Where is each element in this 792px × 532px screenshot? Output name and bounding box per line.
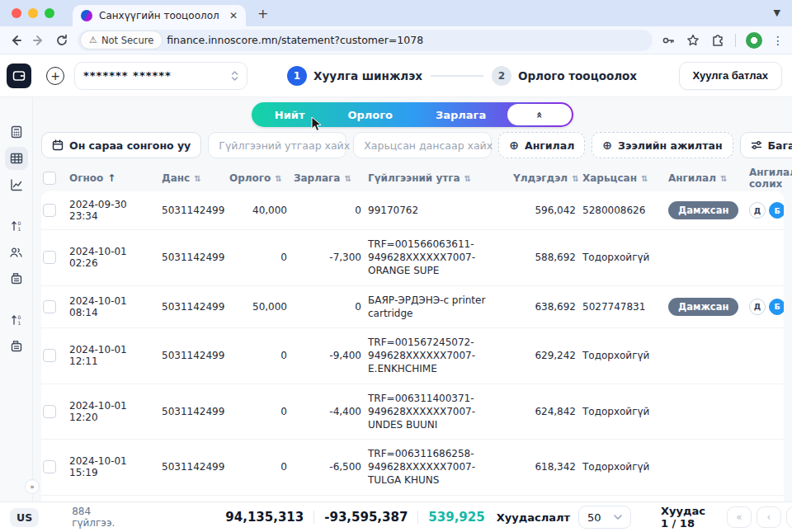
table-row[interactable]: 2024-10-01 12:11 5031142499 0 -9,400 TRF… [41, 328, 784, 384]
col-description[interactable]: Гүйлгээний утга⇅ [368, 172, 507, 184]
status-badge: Дамжсан [668, 298, 738, 316]
counterpart-account-search-input[interactable]: Харьцсан дансаар хайх [353, 132, 492, 158]
row-checkbox[interactable] [43, 405, 56, 418]
language-badge[interactable]: US [10, 508, 39, 527]
class-button-Д[interactable]: Д [749, 202, 766, 219]
cell-description: БАЯР-ЭРДЭНЭ-с printer cartridge [368, 294, 507, 320]
back-icon[interactable] [8, 33, 23, 48]
sort-icon: ⇅ [464, 174, 471, 183]
columns-settings-button[interactable]: Багана [740, 132, 792, 158]
sidebar-item-statement-table-icon[interactable] [5, 147, 28, 170]
profile-avatar[interactable] [746, 32, 762, 49]
table-header-row: Огноо↑ Данс⇅ Орлого⇅ Зарлага⇅ Гүйлгээний… [41, 165, 784, 191]
col-account[interactable]: Данс⇅ [162, 172, 223, 184]
sliders-icon [751, 139, 762, 151]
new-tab-button[interactable]: + [257, 6, 268, 21]
minimize-window-button[interactable] [28, 8, 38, 18]
tab-search-icon[interactable]: ▼ [774, 7, 780, 18]
add-customer-button[interactable]: + [46, 67, 64, 85]
forward-icon[interactable] [31, 33, 46, 48]
svg-text:0: 0 [17, 220, 21, 226]
maximize-window-button[interactable] [45, 8, 54, 18]
tab-expense[interactable]: Зарлага [414, 104, 507, 125]
browser-menu-icon[interactable]: ⋮ [772, 34, 784, 47]
row-checkbox[interactable] [43, 300, 56, 313]
sidebar-item-sort-numeric-icon[interactable]: 01 [5, 214, 28, 238]
sidebar-expand-button[interactable]: » [25, 479, 40, 494]
not-secure-chip[interactable]: ⚠ Not Secure [81, 31, 162, 49]
loan-officer-filter-button[interactable]: ⊕ Зээлийн ажилтан [592, 132, 733, 158]
app-header: + ******* ****** 1 Хуулга шинжлэх 2 Орло… [0, 54, 792, 97]
approve-statement-button[interactable]: Хуулга батлах [679, 62, 782, 90]
page-size-select[interactable]: 50 [578, 506, 631, 529]
toolbar-divider [735, 34, 736, 47]
col-expense[interactable]: Зарлага⇅ [294, 172, 361, 184]
tab-income[interactable]: Орлого [326, 104, 414, 125]
class-button-Д[interactable]: Д [749, 299, 766, 315]
cell-counterpart: Тодорхойгүй [582, 461, 662, 473]
sidebar-item-calculator-icon[interactable] [5, 120, 28, 144]
table-row[interactable]: 2024-10-01 12:20 5031142499 0 -4,400 TRF… [41, 384, 784, 440]
sidebar-item-sort-numeric-2-icon[interactable]: 01 [5, 308, 28, 332]
cell-counterpart: Тодорхойгүй [582, 406, 662, 417]
browser-tab[interactable]: Санхүүгийн тооцоолол ✕ [73, 5, 246, 26]
password-key-icon[interactable] [661, 33, 676, 48]
status-badge: Дамжсан [668, 201, 738, 219]
pager: « ‹ › » [727, 506, 792, 528]
prev-page-button[interactable]: ‹ [757, 506, 781, 528]
class-button-Б[interactable]: Б [769, 202, 784, 219]
table-row[interactable]: 2024-10-01 15:19 5031142499 0 -6,500 TRF… [41, 440, 784, 496]
tab-total[interactable]: Нийт [253, 104, 327, 125]
sidebar-item-printer-icon[interactable] [5, 267, 28, 290]
segment-collapse-button[interactable]: « [507, 104, 572, 125]
step-connector [431, 75, 483, 77]
cell-description: 99170762 [368, 204, 507, 217]
table-row[interactable]: 2024-10-01 02:26 5031142499 0 -7,300 TRF… [41, 230, 784, 286]
window-controls[interactable] [12, 8, 54, 18]
row-checkbox[interactable] [43, 460, 56, 473]
col-income[interactable]: Орлого⇅ [229, 172, 287, 184]
cell-date: 2024-10-01 02:26 [69, 246, 155, 269]
table-row[interactable]: 2024-10-01 08:14 5031142499 50,000 0 БАЯ… [41, 286, 784, 328]
svg-text:0: 0 [17, 314, 21, 320]
cell-account: 5031142499 [162, 461, 223, 473]
cell-income: 0 [229, 406, 287, 417]
app-root: + ******* ****** 1 Хуулга шинжлэх 2 Орло… [0, 54, 792, 532]
first-page-button[interactable]: « [727, 506, 752, 528]
select-all-checkbox[interactable] [43, 172, 56, 185]
extensions-icon[interactable] [710, 33, 725, 48]
type-filter-segment: Нийт Орлого Зарлага « [252, 102, 573, 127]
step-calculate-income[interactable]: 2 Орлого тооцоолох [492, 66, 637, 86]
description-search-input[interactable]: Гүйлгээний утгаар хайх [208, 132, 346, 158]
cell-expense: -9,400 [294, 350, 361, 361]
col-category[interactable]: Ангилал⇅ [668, 172, 742, 184]
category-filter-button[interactable]: ⊕ Ангилал [498, 132, 585, 158]
row-checkbox[interactable] [43, 251, 56, 264]
col-change-category[interactable]: Ангилал солих⇅ [749, 167, 792, 190]
cell-description: TRF=001566063611-949628XXXXXX7007-ORANGE… [368, 238, 507, 278]
close-window-button[interactable] [12, 8, 21, 18]
step-analyze[interactable]: 1 Хуулга шинжлэх [287, 66, 422, 86]
cell-date: 2024-10-01 08:14 [69, 295, 155, 318]
col-date[interactable]: Огноо↑ [69, 172, 155, 184]
reload-icon[interactable] [54, 33, 69, 48]
row-checkbox[interactable] [43, 204, 56, 217]
customer-select[interactable]: ******* ****** [74, 62, 248, 90]
tab-close-icon[interactable]: ✕ [229, 10, 238, 21]
table-row[interactable]: 2024-09-30 23:34 5031142499 40,000 0 991… [41, 191, 784, 230]
url-text[interactable]: finance.innoscore.mn/statement?customer=… [167, 34, 423, 46]
next-page-button[interactable]: › [786, 506, 792, 528]
col-counterpart[interactable]: Харьцсан⇅ [582, 172, 662, 184]
main-content: Нийт Орлого Зарлага « Он сараа сонгоно у… [33, 97, 792, 532]
row-checkbox[interactable] [43, 349, 56, 362]
sidebar-item-customers-icon[interactable] [5, 241, 28, 264]
app-logo-wallet-icon[interactable] [7, 64, 31, 88]
bookmark-star-icon[interactable] [686, 33, 700, 48]
class-button-Б[interactable]: Б [769, 299, 784, 315]
date-range-picker[interactable]: Он сараа сонгоно уу [41, 132, 201, 158]
col-balance[interactable]: Үлдэгдэл⇅ [513, 172, 576, 184]
net-total: 539,925 [428, 510, 484, 525]
address-bar[interactable]: ⚠ Not Secure finance.innoscore.mn/statem… [78, 30, 653, 51]
sidebar-item-printer-2-icon[interactable] [5, 335, 28, 358]
sidebar-item-chart-icon[interactable] [5, 173, 28, 196]
